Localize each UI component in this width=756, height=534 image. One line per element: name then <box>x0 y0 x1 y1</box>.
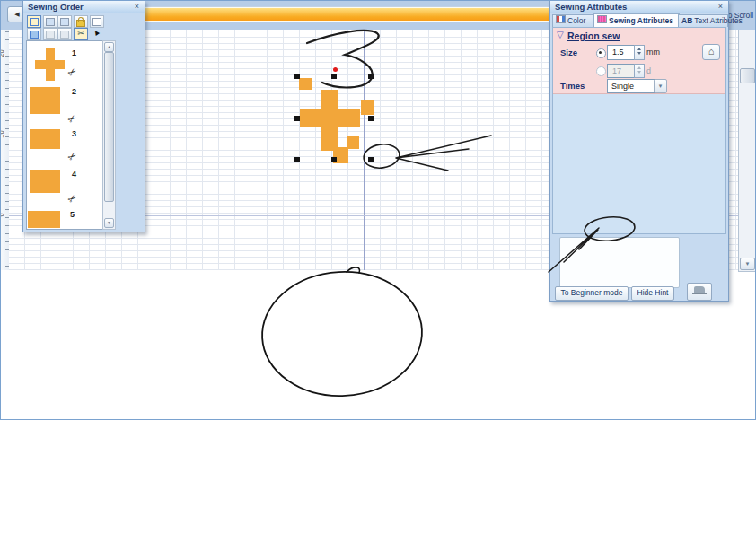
ink-circle-design <box>259 267 426 399</box>
color-palette-icon <box>556 15 566 23</box>
order-item-3-shape <box>30 129 60 149</box>
selection-handle[interactable] <box>368 74 374 79</box>
scissors-icon: ✂ <box>66 66 79 80</box>
lock-icon[interactable] <box>74 15 88 28</box>
sewing-attributes-close-icon[interactable]: × <box>715 2 726 12</box>
count-spinner <box>634 64 645 78</box>
sewing-attributes-title: Sewing Attributes <box>550 1 728 13</box>
order-list-scrollbar[interactable]: ▲ ▼ <box>102 40 116 230</box>
move-forward-icon[interactable] <box>43 15 57 28</box>
attributes-content: ▽ Region sew Size 1.5 mm ⌂ 17 d Times Si… <box>552 27 726 234</box>
sewing-attributes-panel: Sewing Attributes × Color Sewing Attribu… <box>549 0 729 302</box>
design-block <box>361 100 374 115</box>
vertical-scroll-thumb[interactable] <box>740 68 755 83</box>
select-frame-icon[interactable] <box>27 15 41 28</box>
ruler-label: 0 <box>0 213 5 216</box>
scissors-icon: ✂ <box>66 150 79 164</box>
move-backward-icon[interactable] <box>57 15 72 28</box>
tab-sewing-attributes[interactable]: Sewing Attributes <box>593 13 680 28</box>
hide-hint-button[interactable]: Hide Hint <box>631 286 674 301</box>
scissors-icon: ✂ <box>66 112 79 127</box>
design-block <box>299 78 312 90</box>
collapse-triangle-icon[interactable]: ▽ <box>557 30 564 39</box>
selection-handle[interactable] <box>294 116 300 121</box>
selection-handle[interactable] <box>294 157 300 162</box>
hint-box <box>559 237 680 288</box>
screenshot-root: ✿ Untitled - Layout & Editing Outline (L… <box>0 0 756 534</box>
vertical-axis <box>364 0 365 270</box>
design-block <box>347 136 359 149</box>
order-item-2-shape <box>30 87 60 114</box>
times-dropdown-icon[interactable]: ▾ <box>654 79 667 93</box>
ruler-label: 10 <box>0 130 5 137</box>
beginner-mode-button[interactable]: To Beginner mode <box>555 286 629 301</box>
ab-icon: AB <box>681 16 692 25</box>
order-item-number: 5 <box>70 210 75 219</box>
pointer-icon[interactable]: ▲ <box>90 28 102 39</box>
order-item-5-shape <box>28 211 60 228</box>
order-item-number: 2 <box>72 87 76 96</box>
size-count-radio[interactable] <box>596 66 606 76</box>
reset-default-button[interactable]: ⌂ <box>702 44 720 60</box>
order-scroll-down[interactable]: ▼ <box>104 218 114 228</box>
order-item-number: 3 <box>72 129 76 138</box>
region-sew-section: ▽ Region sew Size 1.5 mm ⌂ 17 d Times Si… <box>553 28 725 94</box>
order-item-4-shape <box>30 170 60 193</box>
times-select[interactable]: Single <box>607 79 659 93</box>
sewing-machine-icon[interactable] <box>687 283 712 301</box>
order-scroll-thumb[interactable] <box>104 52 114 202</box>
region-sew-header: Region sew <box>567 31 620 41</box>
scissors-icon: ✂ <box>66 192 79 206</box>
selection-handle[interactable] <box>368 157 374 162</box>
order-item-number: 4 <box>72 170 76 179</box>
trim-scissors-icon[interactable]: ✂ <box>74 28 88 40</box>
color-order-icon[interactable] <box>27 28 41 40</box>
ruler-label: 20 <box>0 49 5 57</box>
size-label: Size <box>560 48 577 57</box>
order-item-number: 1 <box>72 48 76 57</box>
sewing-attributes-icon <box>597 15 607 23</box>
times-label: Times <box>560 81 585 91</box>
order-scroll-up[interactable]: ▲ <box>104 42 114 52</box>
tab-color[interactable]: Color <box>552 14 595 27</box>
selection-handle[interactable] <box>331 74 337 79</box>
selection-handle[interactable] <box>368 116 374 121</box>
sewing-order-close-icon[interactable]: × <box>131 2 143 12</box>
size-spinner[interactable] <box>634 45 645 60</box>
order-item-1-shape <box>35 60 65 69</box>
home-icon: ⌂ <box>708 46 715 57</box>
size-unit: mm <box>646 48 660 57</box>
group-icon[interactable] <box>43 28 57 40</box>
ungroup-icon[interactable] <box>57 28 72 40</box>
design-block <box>300 109 360 127</box>
sewing-order-title: Sewing Order <box>23 1 145 13</box>
vertical-scrollbar[interactable]: ▲ ▼ <box>738 0 756 272</box>
count-unit: d <box>646 66 651 75</box>
start-point-marker <box>333 67 338 72</box>
size-mm-radio[interactable] <box>596 48 606 58</box>
selection-handle[interactable] <box>331 157 337 162</box>
sewing-order-list[interactable]: 1 ✂ 2 ✂ 3 ✂ 4 ✂ 5 <box>26 40 104 230</box>
tab-text-attributes[interactable]: ABText Attributes <box>678 14 728 27</box>
scroll-down-button[interactable]: ▼ <box>740 258 755 270</box>
sewing-order-panel: Sewing Order × ✂ ▲ 1 ✂ 2 ✂ 3 ✂ <box>22 0 145 232</box>
selection-handle[interactable] <box>294 74 300 79</box>
